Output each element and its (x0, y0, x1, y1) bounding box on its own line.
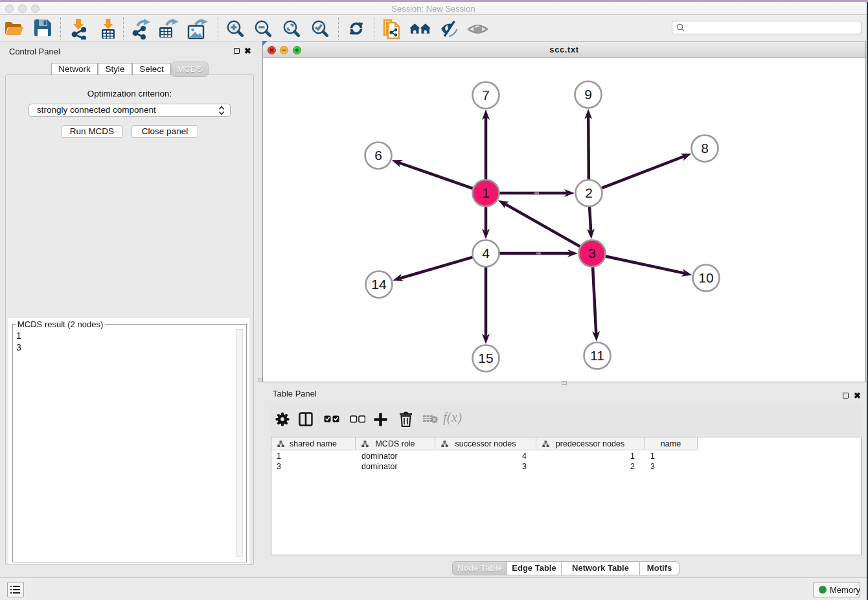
svg-text:4: 4 (482, 246, 490, 260)
svg-text:1: 1 (482, 185, 490, 200)
svg-text:6: 6 (374, 148, 382, 163)
svg-text:10: 10 (698, 270, 713, 285)
svg-text:3: 3 (588, 246, 596, 260)
svg-text:11: 11 (590, 348, 604, 363)
svg-text:14: 14 (371, 277, 387, 292)
svg-text:2: 2 (585, 185, 593, 200)
svg-text:8: 8 (701, 141, 709, 156)
svg-text:15: 15 (478, 351, 493, 365)
svg-text:7: 7 (482, 87, 490, 102)
svg-text:9: 9 (584, 87, 592, 102)
